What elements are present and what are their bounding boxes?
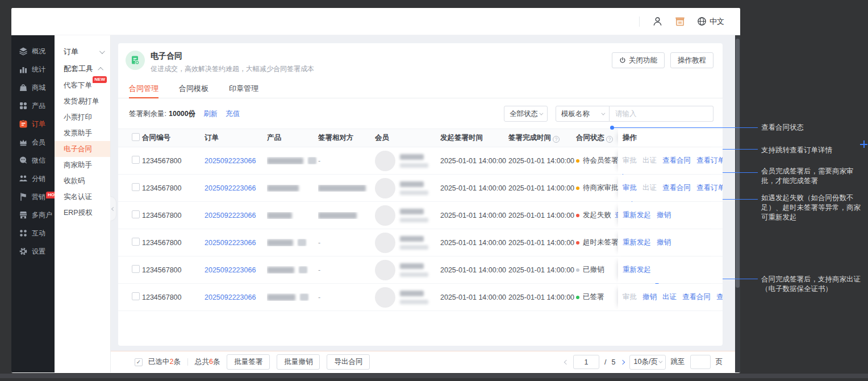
sidebar-item-multi-store[interactable]: 多商户 [11, 206, 55, 224]
tab-contract-template[interactable]: 合同模板 [179, 79, 208, 98]
status-badge: 已签署 [583, 292, 604, 302]
op-revoke[interactable]: 撤销 [657, 238, 671, 247]
export-contract-button[interactable]: 导出合同 [327, 354, 370, 370]
sidebar-item-marketing[interactable]: 营销 HOT [11, 188, 55, 206]
row-checkbox[interactable] [132, 238, 140, 246]
next-page-icon[interactable] [620, 359, 624, 364]
prev-page-icon[interactable] [564, 359, 569, 364]
footer-select-all-checkbox[interactable] [135, 358, 143, 366]
op-view-order[interactable]: 查看订单 [696, 183, 723, 193]
order-link[interactable]: 2025092223066 [205, 184, 256, 192]
sidebar-item-product[interactable]: 产品 [11, 97, 55, 115]
total-count: 6 [209, 358, 213, 366]
submenu-item-invoice-helper[interactable]: 发票助手 [55, 125, 110, 141]
annotation-text: 支持跳转查看订单详情 [761, 146, 863, 155]
sidebar-item-distribution[interactable]: 分销 [11, 169, 55, 188]
search-input[interactable] [610, 106, 713, 122]
annotation-text: 查看合同状态 [761, 123, 863, 132]
user-icon[interactable] [652, 16, 663, 27]
chevron-down-icon [658, 359, 662, 363]
search-field-select[interactable]: 模板名称 [556, 106, 610, 122]
annotation-line [614, 127, 758, 128]
op-view-contract[interactable]: 查看合同 [662, 156, 691, 165]
submenu-item-receipt-print[interactable]: 小票打印 [55, 109, 110, 125]
redacted-member-name [400, 291, 424, 296]
tab-seal-management[interactable]: 印章管理 [229, 79, 258, 98]
redacted-product-name [267, 239, 293, 246]
current-page-input[interactable]: 1 [573, 355, 599, 369]
redacted-member-name [400, 181, 424, 187]
recharge-link[interactable]: 充值 [226, 109, 240, 119]
refresh-link[interactable]: 刷新 [203, 109, 218, 119]
submenu-item-erp-auth[interactable]: ERP授权 [55, 205, 110, 221]
sidebar-item-mall[interactable]: 商城 [11, 78, 55, 97]
op-relaunch[interactable]: 重新发起 [623, 238, 651, 247]
globe-icon [697, 16, 707, 26]
annotation-text: 会员完成签署后，需要商家审批，才能完成签署 [761, 167, 863, 186]
submenu-group-tools[interactable]: 配套工具 [55, 60, 110, 77]
tutorial-button[interactable]: 操作教程 [670, 52, 713, 68]
close-feature-button[interactable]: 关闭功能 [612, 52, 665, 68]
info-icon[interactable]: ? [553, 136, 560, 143]
order-link[interactable]: 2025092223066 [205, 266, 256, 274]
scrollbar-track[interactable] [735, 35, 740, 372]
op-revoke[interactable]: 撤销 [657, 210, 671, 220]
info-icon[interactable]: ? [606, 136, 613, 143]
batch-sign-button[interactable]: 批量签署 [227, 354, 270, 370]
page-title: 电子合同 [151, 51, 314, 61]
sidebar-collapse-handle[interactable] [110, 196, 116, 221]
scrollbar-thumb[interactable] [736, 39, 740, 288]
select-all-checkbox[interactable] [132, 133, 140, 141]
submenu-item-real-name-auth[interactable]: 实名认证 [55, 189, 110, 205]
sidebar-item-stats[interactable]: 统计 [11, 60, 55, 78]
submenu-item-e-contract[interactable]: 电子合同 [55, 141, 110, 157]
op-approve[interactable]: 审批 [623, 183, 637, 193]
sidebar-item-overview[interactable]: 概况 [11, 42, 55, 60]
op-view-contract[interactable]: 查看合同 [662, 183, 691, 193]
op-certificate[interactable]: 出证 [662, 292, 677, 302]
sidebar-item-interaction[interactable]: 互动 [11, 224, 55, 242]
row-checkbox[interactable] [132, 265, 140, 273]
language-switch[interactable]: 中文 [697, 16, 724, 27]
sidebar-item-member[interactable]: 会员 [11, 133, 55, 151]
submenu-item-proxy-order[interactable]: 代客下单NEW [55, 77, 110, 93]
redacted-member-id [400, 245, 428, 250]
op-revoke[interactable]: 撤销 [642, 292, 657, 302]
op-certificate: 出证 [642, 156, 657, 165]
status-filter-select[interactable]: 全部状态 [504, 106, 548, 122]
submenu-item-merchant-helper[interactable]: 商家助手 [55, 157, 110, 173]
op-relaunch[interactable]: 重新发起 [623, 210, 651, 220]
row-checkbox[interactable] [132, 183, 140, 191]
finish-time: 2025-01-01 14:00:00 [508, 184, 576, 192]
total-pages: 5 [612, 358, 616, 366]
order-link[interactable]: 2025092223066 [205, 212, 256, 220]
redacted-product-name [267, 212, 292, 219]
op-view-contract[interactable]: 查看合同 [682, 292, 711, 302]
row-checkbox[interactable] [132, 292, 140, 300]
order-link[interactable]: 2025092223066 [205, 293, 256, 301]
contract-no: 1234567800 [142, 157, 205, 165]
batch-revoke-button[interactable]: 批量撤销 [277, 354, 320, 370]
row-checkbox[interactable] [132, 156, 140, 164]
submenu-item-payment-code[interactable]: 收款码 [55, 173, 110, 189]
submenu-item-shipping-print[interactable]: 发货易打单 [55, 93, 110, 109]
order-link[interactable]: 2025092223066 [205, 239, 256, 247]
op-view-order[interactable]: 查看订单 [716, 292, 723, 302]
op-view-order[interactable]: 查看订单 [696, 156, 723, 165]
sidebar-item-order[interactable]: 订单 [11, 115, 55, 133]
op-relaunch[interactable]: 重新发起 [623, 265, 651, 275]
store-icon[interactable] [674, 16, 686, 27]
page-size-select[interactable]: 10条/页 [629, 355, 666, 370]
order-link[interactable]: 2025092223066 [205, 157, 256, 165]
batch-action-bar: 已选中2条 总共6条 批量签署 批量撤销 导出合同 1 / 5 10条/页 跳至 [111, 351, 735, 372]
sidebar-item-settings[interactable]: 设置 [11, 242, 55, 260]
tab-contract-management[interactable]: 合同管理 [129, 79, 158, 98]
jump-page-input[interactable] [690, 355, 711, 369]
pagination: 1 / 5 10条/页 跳至 页 [565, 355, 723, 370]
main-area: 电子合同 促进成交，高效解决签约难题，大幅减少合同签署成本 关闭功能 操作教程 [111, 35, 740, 372]
status-badge: 发起失败 [583, 210, 611, 220]
submenu-group-order[interactable]: 订单 [55, 43, 110, 60]
counterparty: - [318, 293, 375, 301]
row-checkbox[interactable] [132, 210, 140, 218]
sidebar-item-wechat[interactable]: 微信 [11, 151, 55, 169]
